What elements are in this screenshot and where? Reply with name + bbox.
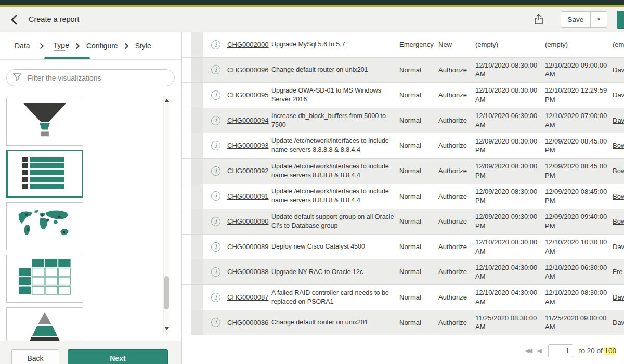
step-type[interactable]: Type	[54, 41, 69, 51]
assignee-link[interactable]: Dav	[613, 83, 624, 108]
change-number-link[interactable]: CHG0000093	[227, 133, 270, 158]
info-icon[interactable]: i	[211, 242, 220, 252]
visualization-scrollbar[interactable]	[163, 96, 170, 333]
priority-value: Normal	[399, 209, 441, 234]
planned-end-date: 12/09/2020 08:45:00 PM	[545, 184, 610, 209]
planned-start-date: 12/10/2020 06:30:00 AM	[475, 108, 541, 133]
table-row: i CHG0000091 Update /etc/network/interfa…	[182, 184, 624, 210]
assignee-link[interactable]: Bow	[613, 184, 624, 209]
planned-start-date: 11/25/2020 08:30:00 AM	[475, 310, 541, 335]
change-number-link[interactable]: CHG0000096	[227, 58, 270, 83]
change-number-link[interactable]: CHG0000087	[227, 285, 270, 310]
planned-start-date: 12/09/2020 08:30:00 PM	[475, 184, 541, 209]
next-button[interactable]: Next	[68, 349, 168, 364]
priority-value: Normal	[399, 159, 441, 184]
planned-start-date: 12/10/2020 04:30:00 AM	[475, 259, 541, 284]
info-icon[interactable]: i	[211, 166, 220, 176]
planned-end-date: 11/25/2020 09:00:00 AM	[545, 310, 610, 335]
pagination: ◀◀ ◀ to 20 of 100	[525, 343, 616, 358]
assignee-link[interactable]: Fre	[613, 259, 624, 284]
priority-value: Normal	[399, 259, 441, 284]
back-chevron-icon[interactable]	[9, 14, 19, 26]
report-type-panel: Data Type Configure Style	[0, 32, 182, 364]
assignee-link[interactable]: Dav	[613, 58, 624, 83]
short-description: Change default router on unix201	[271, 310, 400, 335]
state-value: Authorize	[438, 235, 475, 259]
planned-end-date: 12/10/2020 10:30:00 AM	[545, 235, 610, 259]
change-number-link[interactable]: CHG0000090	[227, 209, 270, 234]
table-row: i CHG0000096 Change default router on un…	[182, 58, 624, 83]
info-icon[interactable]: i	[211, 267, 220, 277]
assignee-link[interactable]: Dav	[613, 235, 624, 259]
viz-card-heatmap[interactable]	[6, 255, 83, 303]
share-icon[interactable]	[532, 13, 545, 27]
chevron-right-icon	[124, 43, 129, 49]
previous-page-icon[interactable]: ◀	[537, 347, 541, 354]
state-value: Authorize	[438, 310, 475, 335]
save-dropdown-button[interactable]: ▼	[591, 11, 607, 28]
info-icon[interactable]: i	[211, 141, 220, 150]
priority-value: Normal	[399, 108, 441, 133]
assignee-link[interactable]: Dav	[613, 285, 624, 310]
short-description: A failed RAID controller card needs to b…	[271, 285, 400, 310]
active-step-indicator	[44, 57, 90, 59]
priority-value: Normal	[399, 133, 441, 158]
first-page-icon[interactable]: ◀◀	[525, 347, 531, 354]
scrollbar-thumb[interactable]	[164, 276, 169, 309]
change-number-link[interactable]: CHG0000089	[227, 235, 270, 259]
viz-card-list[interactable]	[6, 150, 83, 198]
chevron-right-icon	[75, 43, 80, 49]
step-data[interactable]: Data	[15, 42, 30, 50]
save-button[interactable]: Save	[561, 11, 591, 28]
table-row: i CHG0000090 Update default support grou…	[182, 209, 624, 235]
info-icon[interactable]: i	[211, 293, 220, 302]
change-number-link[interactable]: CHG0000095	[227, 83, 270, 108]
change-number-link[interactable]: CHG0000091	[227, 184, 270, 209]
viz-card-map[interactable]	[6, 202, 83, 250]
step-configure[interactable]: Configure	[86, 42, 118, 50]
assignee-link[interactable]: Dav	[613, 108, 624, 133]
info-icon[interactable]: i	[211, 318, 220, 327]
info-icon[interactable]: i	[211, 191, 220, 201]
info-icon[interactable]: i	[211, 40, 220, 49]
row-info-cell: i	[208, 209, 224, 234]
change-number-link[interactable]: CHG0002000	[227, 32, 270, 57]
info-icon[interactable]: i	[211, 217, 220, 226]
state-value: Authorize	[438, 133, 475, 158]
change-number-link[interactable]: CHG0000092	[227, 159, 270, 184]
run-button-partial[interactable]	[617, 11, 624, 29]
viz-card-funnel[interactable]	[6, 98, 83, 146]
assignee-link[interactable]: Bow	[613, 159, 624, 184]
assignee-link[interactable]: Bow	[613, 209, 624, 234]
assignee-link[interactable]: Bow	[613, 133, 624, 158]
back-button[interactable]: Back	[11, 349, 59, 364]
viz-card-pyramid[interactable]	[6, 307, 83, 341]
planned-end-date: 12/09/2020 08:45:00 PM	[545, 159, 610, 184]
step-style[interactable]: Style	[135, 42, 151, 50]
state-value: Authorize	[438, 58, 475, 83]
row-info-cell: i	[208, 83, 224, 108]
info-icon[interactable]: i	[211, 116, 220, 125]
planned-start-date: 12/09/2020 09:30:00 PM	[475, 209, 541, 234]
funnel-chart-icon	[14, 100, 76, 143]
change-number-link[interactable]: CHG0000086	[227, 310, 270, 335]
info-icon[interactable]: i	[211, 65, 220, 74]
assignee-link[interactable]: Dav	[613, 310, 624, 335]
change-number-link[interactable]: CHG0000088	[227, 259, 270, 284]
assignee-link[interactable]: (em	[613, 32, 624, 57]
short-description: Update /etc/network/interfaces to includ…	[271, 133, 400, 158]
info-icon[interactable]: i	[211, 90, 220, 100]
planned-end-date: 12/10/2020 12:29:59 PM	[545, 83, 610, 108]
app-top-bar	[0, 0, 624, 5]
filter-input[interactable]	[27, 73, 174, 83]
planned-start-date: 12/09/2020 08:30:00 PM	[475, 159, 541, 184]
change-number-link[interactable]: CHG0000094	[227, 108, 270, 133]
map-chart-icon	[14, 207, 75, 245]
scroll-up-icon[interactable]	[165, 99, 169, 102]
table-row: i CHG0000092 Update /etc/network/interfa…	[182, 159, 624, 184]
planned-start-date: 12/10/2020 08:30:00 AM	[475, 83, 541, 108]
scroll-down-icon[interactable]	[165, 327, 169, 330]
priority-value: Normal	[399, 235, 441, 259]
table-row: i CHG0000094 Increase db_block_buffers f…	[182, 108, 624, 134]
page-number-input[interactable]	[548, 344, 573, 357]
